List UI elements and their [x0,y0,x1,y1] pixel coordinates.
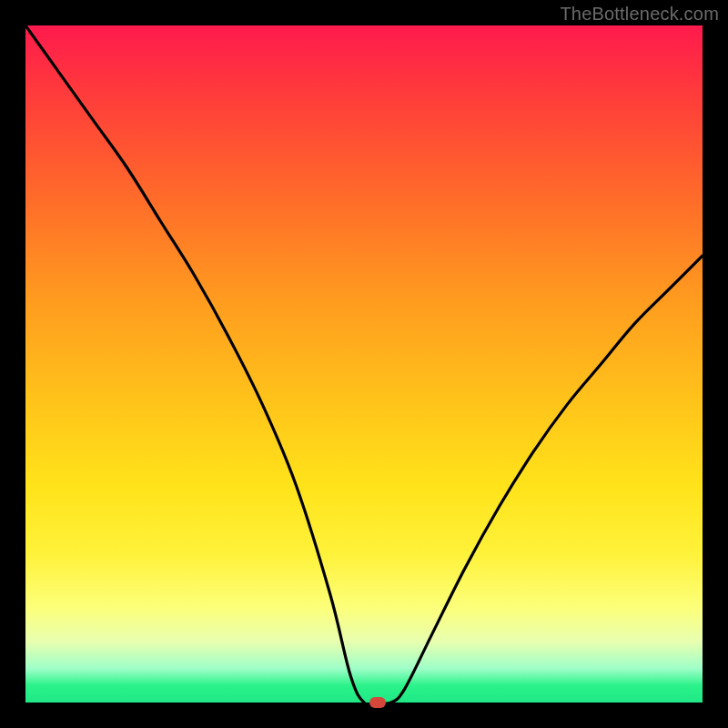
chart-frame: TheBottleneck.com [0,0,728,728]
bottleneck-curve [25,25,703,703]
plot-area [25,25,703,703]
optimal-point-marker [369,697,386,708]
watermark-text: TheBottleneck.com [560,4,719,25]
